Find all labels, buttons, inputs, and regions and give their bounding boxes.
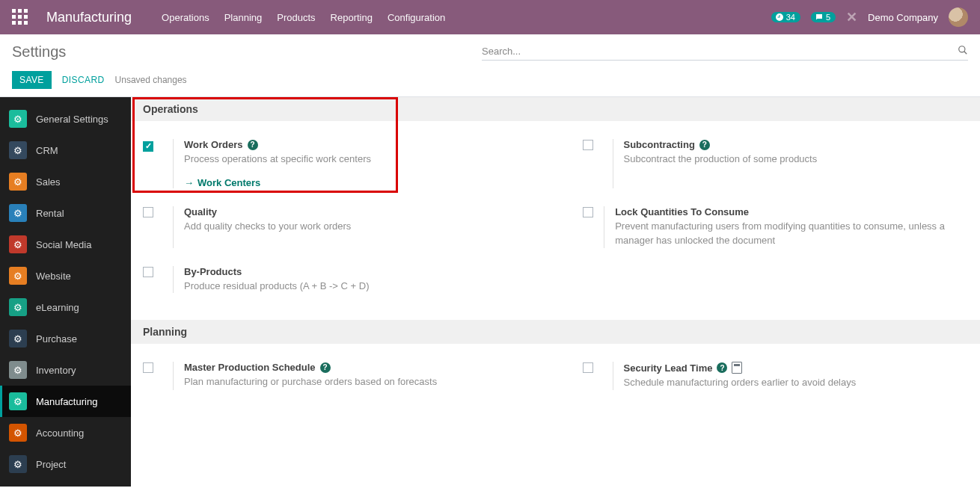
module-icon: ⚙ bbox=[9, 392, 27, 410]
setting-desc-lock-qty: Prevent manufacturing users from modifyi… bbox=[615, 220, 968, 248]
setting-title-lock-qty: Lock Quantities To Consume bbox=[615, 206, 749, 217]
setting-title-work-orders: Work Orders bbox=[184, 139, 243, 150]
nav-planning[interactable]: Planning bbox=[224, 12, 263, 23]
module-icon: ⚙ bbox=[9, 455, 27, 473]
sidebar-item-inventory[interactable]: ⚙Inventory bbox=[0, 354, 131, 386]
link-work-centers-label: Work Centers bbox=[197, 177, 260, 188]
sidebar-item-purchase[interactable]: ⚙Purchase bbox=[0, 323, 131, 354]
checkbox-lock-qty[interactable] bbox=[583, 207, 593, 217]
avatar[interactable] bbox=[949, 7, 968, 27]
setting-security-lead: Security Lead Time ? Schedule manufactur… bbox=[571, 353, 981, 399]
setting-desc-subcontracting: Subcontract the production of some produ… bbox=[624, 152, 818, 167]
nav-reporting[interactable]: Reporting bbox=[331, 12, 373, 23]
help-icon[interactable]: ? bbox=[248, 140, 258, 150]
setting-desc-byproducts: Produce residual products (A + B -> C + … bbox=[184, 280, 369, 294]
sidebar-item-label: Rental bbox=[36, 208, 64, 219]
sidebar-item-label: eLearning bbox=[36, 302, 79, 313]
help-icon[interactable]: ? bbox=[320, 362, 331, 373]
clock-icon bbox=[775, 13, 784, 22]
svg-line-1 bbox=[964, 52, 967, 55]
module-icon: ⚙ bbox=[9, 141, 27, 159]
setting-byproducts: By-Products Produce residual products (A… bbox=[131, 257, 541, 303]
sidebar-item-project[interactable]: ⚙Project bbox=[0, 448, 131, 480]
section-header-planning: Planning bbox=[131, 320, 980, 344]
sidebar-item-label: Inventory bbox=[36, 365, 76, 376]
setting-title-subcontracting: Subcontracting bbox=[624, 139, 695, 150]
sidebar-item-label: Accounting bbox=[36, 427, 84, 439]
close-icon[interactable]: ✕ bbox=[846, 9, 857, 25]
sidebar-item-website[interactable]: ⚙Website bbox=[0, 260, 131, 291]
discard-button[interactable]: DISCARD bbox=[62, 75, 105, 85]
help-icon[interactable]: ? bbox=[699, 140, 710, 150]
setting-desc-work-orders: Process operations at specific work cent… bbox=[184, 152, 371, 167]
sidebar-item-social-media[interactable]: ⚙Social Media bbox=[0, 229, 131, 260]
setting-work-orders: Work Orders ? Process operations at spec… bbox=[131, 130, 541, 197]
setting-quality: Quality Add quality checks to your work … bbox=[131, 197, 541, 257]
app-brand[interactable]: Manufacturing bbox=[46, 10, 132, 25]
svg-point-0 bbox=[959, 46, 965, 52]
checkbox-quality[interactable] bbox=[143, 207, 153, 217]
sidebar-item-label: Website bbox=[36, 271, 71, 282]
checkbox-mps[interactable] bbox=[143, 362, 153, 373]
search-icon[interactable] bbox=[958, 45, 968, 58]
nav-configuration[interactable]: Configuration bbox=[388, 12, 445, 23]
sidebar-item-manufacturing[interactable]: ⚙Manufacturing bbox=[0, 386, 131, 417]
setting-desc-security-lead: Schedule manufacturing orders earlier to… bbox=[624, 376, 857, 390]
sidebar-item-general-settings[interactable]: ⚙General Settings bbox=[0, 103, 131, 135]
control-panel: Settings SAVE DISCARD Unsaved changes bbox=[0, 34, 980, 97]
setting-title-quality: Quality bbox=[184, 206, 217, 217]
sidebar-item-rental[interactable]: ⚙Rental bbox=[0, 197, 131, 229]
save-button[interactable]: SAVE bbox=[12, 71, 52, 89]
page-title: Settings bbox=[12, 43, 66, 61]
navbar: Manufacturing Operations Planning Produc… bbox=[0, 0, 980, 34]
sidebar-item-field-service[interactable]: ⚙Field Service bbox=[0, 480, 131, 487]
nav-menu: Operations Planning Products Reporting C… bbox=[162, 12, 445, 23]
section-header-operations: Operations bbox=[131, 97, 980, 121]
sidebar-item-accounting[interactable]: ⚙Accounting bbox=[0, 417, 131, 448]
company-name[interactable]: Demo Company bbox=[868, 12, 938, 23]
setting-title-byproducts: By-Products bbox=[184, 266, 242, 277]
sidebar-item-label: CRM bbox=[36, 145, 58, 156]
sidebar-item-label: Project bbox=[36, 459, 66, 470]
sidebar-item-label: Social Media bbox=[36, 239, 91, 250]
arrow-right-icon bbox=[184, 177, 194, 188]
setting-mps: Master Production Schedule ? Plan manufa… bbox=[131, 353, 541, 399]
message-count: 5 bbox=[826, 13, 830, 22]
checkbox-subcontracting[interactable] bbox=[583, 140, 593, 150]
unsaved-status: Unsaved changes bbox=[115, 75, 187, 85]
module-icon: ⚙ bbox=[9, 330, 27, 348]
setting-desc-quality: Add quality checks to your work orders bbox=[184, 220, 351, 234]
chat-icon bbox=[815, 13, 824, 22]
search-input[interactable] bbox=[482, 46, 958, 57]
sidebar-item-sales[interactable]: ⚙Sales bbox=[0, 166, 131, 197]
activity-badge[interactable]: 34 bbox=[771, 12, 800, 22]
setting-lock-qty: Lock Quantities To Consume Prevent manuf… bbox=[571, 197, 981, 257]
nav-right: 34 5 ✕ Demo Company bbox=[771, 7, 968, 27]
module-icon: ⚙ bbox=[9, 110, 27, 128]
sidebar-item-label: Purchase bbox=[36, 333, 77, 345]
calculator-icon[interactable] bbox=[732, 362, 742, 374]
setting-title-mps: Master Production Schedule bbox=[184, 362, 316, 373]
setting-desc-mps: Plan manufacturing or purchase orders ba… bbox=[184, 375, 437, 389]
checkbox-work-orders[interactable] bbox=[143, 141, 153, 152]
link-work-centers[interactable]: Work Centers bbox=[184, 177, 260, 188]
content: Operations Work Orders ? Process operati… bbox=[131, 97, 980, 487]
sidebar: ⚙General Settings⚙CRM⚙Sales⚙Rental⚙Socia… bbox=[0, 97, 131, 487]
setting-subcontracting: Subcontracting ? Subcontract the product… bbox=[571, 130, 981, 197]
sidebar-item-label: Manufacturing bbox=[36, 396, 97, 407]
module-icon: ⚙ bbox=[9, 267, 27, 285]
checkbox-security-lead[interactable] bbox=[583, 362, 593, 373]
sidebar-item-crm[interactable]: ⚙CRM bbox=[0, 135, 131, 166]
search-container bbox=[482, 45, 968, 61]
nav-operations[interactable]: Operations bbox=[162, 12, 209, 23]
message-badge[interactable]: 5 bbox=[811, 12, 836, 22]
sidebar-item-elearning[interactable]: ⚙eLearning bbox=[0, 291, 131, 323]
apps-icon[interactable] bbox=[12, 9, 28, 25]
module-icon: ⚙ bbox=[9, 204, 27, 222]
sidebar-item-label: Sales bbox=[36, 176, 61, 188]
nav-products[interactable]: Products bbox=[277, 12, 315, 23]
module-icon: ⚙ bbox=[9, 173, 27, 191]
module-icon: ⚙ bbox=[9, 424, 27, 442]
help-icon[interactable]: ? bbox=[717, 362, 727, 373]
checkbox-byproducts[interactable] bbox=[143, 267, 153, 277]
